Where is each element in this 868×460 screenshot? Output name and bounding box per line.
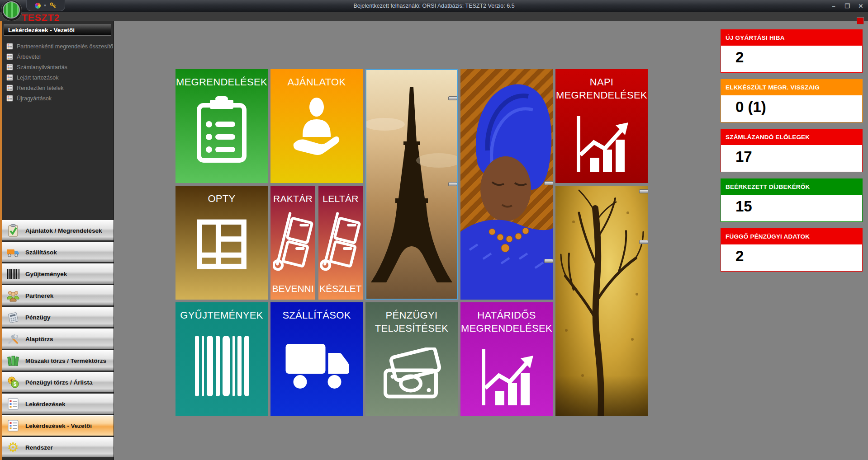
barcode-icon xyxy=(192,332,251,400)
tile-gyujtemenyek[interactable]: GYŰJTEMÉNYEK xyxy=(175,302,268,416)
clipboard-check-icon xyxy=(6,223,20,238)
status-indicator xyxy=(857,17,864,24)
sidebar-item-lekerdezesek-vezetoi[interactable]: Lekérdezések - Vezetői xyxy=(2,415,114,436)
list-icon xyxy=(6,397,20,411)
sidebar-item-lekerdezesek[interactable]: Lekérdezések xyxy=(2,394,114,414)
sidebar-item-label: Partnerek xyxy=(25,292,53,299)
tile-penzugyi-teljesitesek[interactable]: PÉNZÜGYITELJESÍTÉSEK xyxy=(365,302,458,416)
tile-photo-autumn-tree[interactable] xyxy=(555,186,648,416)
app-logo[interactable] xyxy=(1,0,22,21)
tile-hataridos-megrendelesek[interactable]: HATÁRIDŐSMEGRENDELÉSEK xyxy=(460,302,553,416)
key-icon[interactable] xyxy=(49,2,57,9)
tile-raktar-bevenni[interactable]: RAKTÁR BEVENNI xyxy=(270,186,315,300)
barcode-icon xyxy=(6,267,20,281)
query-item-label: Számlanyilvántartás xyxy=(17,64,67,70)
hinge-clip xyxy=(448,96,457,100)
bar-chart-up-icon xyxy=(477,347,536,408)
quick-access-toolbar: ▾ xyxy=(26,0,65,11)
sidebar-item-ajanlatok-megrendelesek[interactable]: Ajánlatok / Megrendelések xyxy=(2,220,114,241)
query-item-label: Partnerenkénti megrendelés összesítő xyxy=(17,43,113,50)
sidebar-item-rendszer[interactable]: ⚙ Rendszer xyxy=(2,437,114,458)
svg-text:$: $ xyxy=(14,381,16,387)
list-icon xyxy=(6,84,13,91)
query-item-szamlanyilvantartas[interactable]: Számlanyilvántartás xyxy=(2,62,114,72)
query-item-partnerenkenti[interactable]: Partnerenkénti megrendelés összesítő xyxy=(2,41,114,52)
sidebar-item-muszaki-torzs[interactable]: Műszaki törzs / Terméktörzs xyxy=(2,350,114,371)
tile-label: SZÁLLÍTÁSOK xyxy=(270,309,363,322)
minimize-button[interactable]: – xyxy=(829,3,838,9)
bar-chart-up-icon xyxy=(572,113,631,174)
eiffel-tower-photo xyxy=(366,70,457,299)
truck-icon xyxy=(284,338,350,393)
status-box-header: BEÉRKEZETT DÍJBEKÉRŐK xyxy=(721,179,862,195)
tile-photo-woman-portrait[interactable] xyxy=(460,69,553,300)
hinge-clip xyxy=(544,259,553,263)
status-box-value: 17 xyxy=(721,145,862,165)
status-box-fuggo-penzugyi-adatok[interactable]: FÜGGŐ PÉNZÜGYI ADATOK 2 xyxy=(721,228,863,272)
tools-icon xyxy=(6,332,20,346)
tile-label: PÉNZÜGYITELJESÍTÉSEK xyxy=(365,309,458,335)
sidebar-item-label: Pénzügy xyxy=(25,314,51,321)
query-item-ujragyartasok[interactable]: Újragyártások xyxy=(2,93,114,103)
color-wheel-icon[interactable] xyxy=(35,3,41,9)
tile-label: OPTY xyxy=(175,192,268,206)
sidebar-item-label: Pénzügyi törzs / Árlista xyxy=(25,379,93,386)
sidebar-nav: Ajánlatok / Megrendelések Szállítások Gy… xyxy=(2,220,114,459)
sidebar-item-gyujtemenyek[interactable]: Gyűjtemények xyxy=(2,263,114,284)
query-item-lejart-tartozasok[interactable]: Lejárt tartozások xyxy=(2,72,114,83)
window-title: Bejelentkezett felhasználó: ORSI Adatbáz… xyxy=(353,3,514,9)
woman-portrait-photo xyxy=(460,69,553,300)
sidebar-item-label: Alaptörzs xyxy=(25,336,53,343)
tile-label: HATÁRIDŐSMEGRENDELÉSEK xyxy=(460,309,553,335)
people-icon xyxy=(6,288,20,303)
tile-ajanlatok[interactable]: AJÁNLATOK xyxy=(270,69,363,183)
status-box-szamlazando-elolegek[interactable]: SZÁMLÁZANDÓ ELŐLEGEK 17 xyxy=(721,129,863,172)
sidebar-item-label: Műszaki törzs / Terméktörzs xyxy=(25,357,106,364)
list-icon xyxy=(6,95,13,102)
close-button[interactable]: ✕ xyxy=(856,3,865,9)
hinge-clip xyxy=(639,189,648,193)
list-icon xyxy=(6,64,13,70)
photo-vignette xyxy=(555,376,648,416)
query-item-rendeztlen-tetelek[interactable]: Rendeztlen tételek xyxy=(2,83,114,93)
tile-sublabel: BEVENNI xyxy=(270,283,315,294)
status-box-value: 15 xyxy=(721,195,862,215)
sidebar-item-partnerek[interactable]: Partnerek xyxy=(2,285,114,306)
sidebar-item-label: Lekérdezések xyxy=(25,401,66,408)
chevron-down-icon[interactable]: ▾ xyxy=(44,3,46,8)
calculator-icon xyxy=(6,310,20,324)
tile-sublabel: KÉSZLET xyxy=(318,283,363,294)
status-box-beerkezett-dijbekerok[interactable]: BEÉRKEZETT DÍJBEKÉRŐK 15 xyxy=(721,178,863,222)
tile-photo-eiffel-tower[interactable] xyxy=(365,69,458,300)
coins-icon: €$ xyxy=(6,375,20,390)
sidebar-item-penzugyi-torzs[interactable]: €$ Pénzügyi törzs / Árlista xyxy=(2,372,114,393)
sidebar-item-penzugy[interactable]: Pénzügy xyxy=(2,307,114,328)
tile-leltar-keszlet[interactable]: LELTÁR KÉSZLET xyxy=(318,186,363,300)
sidebar-item-label: Rendszer xyxy=(25,444,53,451)
tile-opty[interactable]: OPTY xyxy=(175,186,268,300)
hinge-clip xyxy=(639,240,648,244)
status-box-header: FÜGGŐ PÉNZÜGYI ADATOK xyxy=(721,229,862,244)
tile-label: LELTÁR xyxy=(318,192,363,205)
sidebar-item-label: Ajánlatok / Megrendelések xyxy=(25,227,102,234)
tile-napi-megrendelesek[interactable]: NAPIMEGRENDELÉSEK xyxy=(555,69,648,183)
logo-sphere-icon xyxy=(3,1,20,19)
person-in-hand-icon xyxy=(287,97,346,163)
status-box-header: SZÁMLÁZANDÓ ELŐLEGEK xyxy=(721,129,862,145)
hinge-clip xyxy=(448,182,457,186)
status-box-elkeszult-megr-visszaig[interactable]: ELKKÉSZÜLT MEGR. VISSZAIG 0 (1) xyxy=(721,79,863,122)
panel-title: Lekérdezések - Vezetői xyxy=(4,24,111,36)
query-item-label: Rendeztlen tételek xyxy=(17,85,64,91)
status-box-uj-gyartasi-hiba[interactable]: ÚJ GYÁRTÁSI HIBA 2 xyxy=(721,29,863,73)
sidebar-item-alaptorzs[interactable]: Alaptörzs xyxy=(2,329,114,349)
tile-szallitasok[interactable]: SZÁLLÍTÁSOK xyxy=(270,302,363,416)
gear-icon: ⚙ xyxy=(6,440,20,455)
restore-button[interactable]: ❐ xyxy=(843,3,852,9)
sidebar-item-szallitasok[interactable]: Szállítások xyxy=(2,242,114,263)
query-item-label: Újragyártások xyxy=(17,95,52,102)
sidebar-item-label: Lekérdezések - Vezetői xyxy=(25,422,92,429)
query-item-arbevetel[interactable]: Árbevétel xyxy=(2,52,114,62)
tile-megrendelesek[interactable]: MEGRENDELÉSEK xyxy=(175,69,268,183)
list-icon xyxy=(6,43,13,50)
query-item-label: Lejárt tartozások xyxy=(17,75,58,81)
